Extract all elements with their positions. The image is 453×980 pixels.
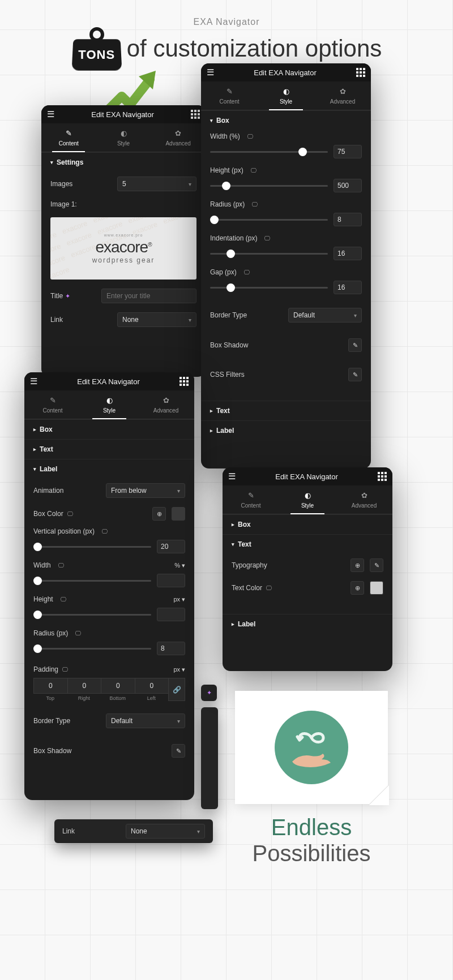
border-type-select[interactable]: Default: [288, 308, 362, 323]
section-box[interactable]: ▸Box: [24, 419, 194, 439]
images-select[interactable]: 5: [117, 177, 196, 191]
padding-right-input[interactable]: [67, 678, 101, 694]
padding-bottom-input[interactable]: [101, 678, 135, 694]
box-shadow-label: Box Shadow: [210, 341, 343, 349]
vpos-input[interactable]: [157, 540, 185, 553]
unit-toggle[interactable]: px ▾: [173, 666, 185, 673]
height-slider[interactable]: [210, 185, 328, 187]
responsive-icon[interactable]: 🖵: [264, 235, 270, 242]
apps-icon[interactable]: [180, 377, 189, 386]
width-input[interactable]: [157, 574, 185, 587]
gap-slider[interactable]: [210, 287, 328, 289]
section-settings[interactable]: ▾Settings: [41, 152, 206, 172]
tab-style[interactable]: ◐Style: [81, 390, 138, 419]
section-label[interactable]: ▸Label: [201, 420, 371, 440]
tab-advanced[interactable]: ✿Advanced: [336, 485, 392, 514]
box-color-label: Box Color🖵: [33, 510, 147, 518]
panel-style-label: ☰ Edit EXA Navigator ✎Content ◐Style ✿Ad…: [24, 372, 194, 800]
hand-icon: [289, 749, 334, 768]
edit-icon[interactable]: ✎: [348, 338, 362, 352]
ai-sparkle-bg: ✦: [201, 685, 217, 701]
height-input[interactable]: [157, 608, 185, 621]
indent-slider[interactable]: [210, 253, 328, 255]
responsive-icon[interactable]: 🖵: [58, 562, 64, 569]
gap-input[interactable]: [334, 281, 362, 294]
globe-icon[interactable]: ⊕: [152, 507, 166, 521]
apps-icon[interactable]: [356, 68, 365, 77]
vpos-slider[interactable]: [33, 546, 151, 548]
section-text[interactable]: ▸Text: [24, 439, 194, 459]
responsive-icon[interactable]: 🖵: [101, 528, 108, 535]
padding-top-input[interactable]: [33, 678, 67, 694]
animation-select[interactable]: From below: [106, 483, 185, 498]
responsive-icon[interactable]: 🖵: [62, 666, 68, 673]
responsive-icon[interactable]: 🖵: [247, 133, 253, 140]
padding-label: Padding🖵: [33, 665, 168, 673]
color-swatch[interactable]: [172, 507, 185, 521]
tab-style[interactable]: ◐Style: [279, 485, 336, 514]
width-label: Width: [33, 561, 51, 569]
footer-card: Endless Possibilities: [235, 691, 388, 866]
globe-icon[interactable]: ⊕: [351, 581, 364, 595]
section-text[interactable]: ▾Text: [223, 534, 392, 554]
tab-advanced[interactable]: ✿Advanced: [151, 123, 206, 152]
menu-icon[interactable]: ☰: [228, 471, 236, 482]
title-input[interactable]: [101, 289, 196, 303]
link-select[interactable]: None: [117, 312, 196, 327]
typography-label: Typography: [232, 561, 345, 569]
menu-icon[interactable]: ☰: [47, 109, 54, 119]
tab-advanced[interactable]: ✿Advanced: [314, 81, 371, 110]
width-slider[interactable]: [210, 151, 328, 153]
link-values-icon[interactable]: 🔗: [168, 678, 185, 701]
responsive-icon[interactable]: 🖵: [75, 630, 81, 637]
radius-input[interactable]: [334, 213, 362, 226]
section-text[interactable]: ▸Text: [201, 401, 371, 420]
apps-icon[interactable]: [191, 110, 200, 119]
unit-toggle[interactable]: px ▾: [173, 596, 185, 603]
responsive-icon[interactable]: 🖵: [250, 167, 257, 174]
radius-input[interactable]: [157, 642, 185, 655]
tab-advanced[interactable]: ✿Advanced: [138, 390, 194, 419]
radius-slider[interactable]: [33, 648, 151, 650]
tab-style[interactable]: ◐Style: [258, 81, 314, 110]
tab-content[interactable]: ✎Content: [223, 485, 279, 514]
section-box[interactable]: ▾Box: [201, 110, 371, 130]
padding-left-input[interactable]: [135, 678, 169, 694]
menu-icon[interactable]: ☰: [30, 376, 37, 386]
height-input[interactable]: [334, 179, 362, 192]
apps-icon[interactable]: [378, 472, 387, 481]
tab-style[interactable]: ◐Style: [96, 123, 151, 152]
border-type-select[interactable]: Default: [106, 713, 185, 728]
image1-label: Image 1:: [50, 200, 196, 208]
responsive-icon[interactable]: 🖵: [243, 269, 250, 276]
edit-icon[interactable]: ✎: [172, 744, 185, 758]
tab-content[interactable]: ✎Content: [24, 390, 81, 419]
responsive-icon[interactable]: 🖵: [67, 510, 73, 517]
ai-sparkle-icon: ✦: [65, 293, 70, 299]
responsive-icon[interactable]: 🖵: [266, 584, 272, 591]
menu-icon[interactable]: ☰: [207, 67, 214, 78]
width-slider[interactable]: [33, 580, 151, 582]
indent-input[interactable]: [334, 247, 362, 260]
section-label[interactable]: ▸Label: [223, 614, 392, 634]
radius-slider[interactable]: [210, 219, 328, 221]
width-input[interactable]: [334, 145, 362, 158]
panel-style-box: ☰ Edit EXA Navigator ✎Content ◐Style ✿Ad…: [201, 63, 371, 468]
section-box[interactable]: ▸Box: [223, 514, 392, 534]
responsive-icon[interactable]: 🖵: [251, 201, 258, 208]
unit-toggle[interactable]: % ▾: [174, 562, 185, 569]
link-select[interactable]: None: [126, 824, 205, 839]
link-row-bg: Link None: [54, 819, 213, 843]
edit-icon[interactable]: ✎: [348, 368, 362, 381]
image-preview[interactable]: exacore exacore exacore exacore exacore …: [50, 217, 196, 280]
edit-icon[interactable]: ✎: [370, 558, 383, 572]
link-label: Link: [50, 316, 112, 324]
globe-icon[interactable]: ⊕: [351, 558, 364, 572]
section-label[interactable]: ▾Label: [24, 459, 194, 479]
color-swatch[interactable]: [370, 581, 383, 595]
height-slider[interactable]: [33, 614, 151, 616]
hero-subtitle: EXA Navigator: [0, 17, 453, 27]
tab-content[interactable]: ✎Content: [41, 123, 96, 152]
responsive-icon[interactable]: 🖵: [60, 596, 66, 603]
tab-content[interactable]: ✎Content: [201, 81, 258, 110]
